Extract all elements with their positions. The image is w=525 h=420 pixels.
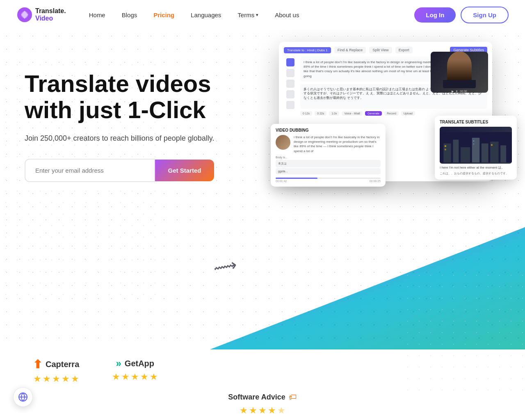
mockup-body: I think a lot of people don't I'm like b… bbox=[284, 57, 487, 116]
person-figure bbox=[447, 52, 472, 80]
email-input[interactable] bbox=[25, 159, 155, 182]
playback-progress bbox=[276, 178, 317, 179]
hero-visual: Translate to : Hindi | Dubs 1 Find & Rep… bbox=[279, 42, 517, 181]
getapp-name: GetApp bbox=[125, 359, 154, 368]
sidebar-icon-4 bbox=[286, 90, 294, 98]
squiggle-decoration: ⟿ bbox=[212, 255, 238, 277]
time-current: 00:01:42 bbox=[276, 180, 287, 183]
capterra-arrow-icon: ⬆ bbox=[33, 358, 42, 371]
nav-pricing[interactable]: Pricing bbox=[147, 8, 181, 22]
mockup-sidebar bbox=[284, 57, 297, 116]
dubbing-text: I think a lot of people don't I'm like b… bbox=[294, 135, 381, 153]
star-g1: ★ bbox=[112, 372, 120, 382]
avatar-circle bbox=[276, 135, 290, 150]
logo-icon bbox=[16, 7, 33, 23]
person-body bbox=[443, 80, 476, 88]
svg-rect-8 bbox=[500, 145, 506, 162]
star-g2: ★ bbox=[121, 372, 130, 382]
card-dubbing-label: VIDEO DUBBING bbox=[276, 128, 381, 132]
mockup-tab-find: Find & Replace bbox=[334, 47, 366, 53]
mockup-tab-split: Split View bbox=[369, 47, 392, 53]
svg-rect-5 bbox=[472, 138, 480, 162]
svg-rect-3 bbox=[453, 139, 459, 162]
svg-rect-12 bbox=[473, 144, 475, 145]
time-total: 00:08:25 bbox=[370, 180, 381, 183]
nav-languages[interactable]: Languages bbox=[184, 8, 228, 22]
logo-text-line1: Translate. bbox=[35, 7, 66, 15]
dubbing-row: I think a lot of people don't I'm like b… bbox=[276, 135, 381, 153]
hero-title: Translate videos with just 1-Click bbox=[25, 71, 214, 123]
play-icon: ▶ bbox=[452, 90, 454, 93]
time-display: 00:30 bbox=[460, 90, 467, 93]
star-s4: ★ bbox=[268, 405, 276, 416]
signup-button[interactable]: Sign Up bbox=[461, 7, 509, 23]
hero-cta-form: Get Started bbox=[25, 159, 214, 182]
login-button[interactable]: Log In bbox=[414, 7, 456, 23]
software-advice-section: Software Advice 🏷 ★ ★ ★ ★ ★ bbox=[0, 393, 525, 420]
card-dubbing: VIDEO DUBBING I think a lot of people do… bbox=[271, 124, 386, 187]
capterra-name: Capterra bbox=[46, 360, 79, 369]
card-subtitles: TRANSLATE SUBTITLES bbox=[435, 116, 517, 180]
star-g5: ★ bbox=[150, 372, 158, 382]
star-s1: ★ bbox=[240, 405, 248, 416]
star-s5: ★ bbox=[277, 405, 285, 416]
sidebar-icon-2 bbox=[286, 69, 294, 77]
hero-content: Translate videos with just 1-Click Join … bbox=[25, 54, 214, 182]
dubbing-body: Body is... bbox=[276, 156, 381, 159]
sidebar-icon-1 bbox=[286, 58, 294, 66]
getapp-brand: » GetApp bbox=[116, 358, 154, 369]
video-mini-controls: ▶ ⏸ 00:30 bbox=[452, 90, 467, 93]
navbar: Translate. Video Home Blogs Pricing Lang… bbox=[0, 0, 525, 30]
nav-links: Home Blogs Pricing Languages Terms ▾ Abo… bbox=[82, 8, 415, 22]
globe-language-button[interactable] bbox=[13, 387, 33, 407]
ctrl-time1: 0 12s bbox=[300, 111, 312, 116]
star-g3: ★ bbox=[131, 372, 139, 382]
subtitles-text2: これは、、おもの提供するもの、提供するものです。 bbox=[440, 171, 512, 176]
capterra-stars: ★ ★ ★ ★ ★ bbox=[33, 374, 79, 384]
get-started-button[interactable]: Get Started bbox=[155, 160, 215, 181]
hero-title-line1: Translate videos bbox=[25, 70, 211, 97]
logo[interactable]: Translate. Video bbox=[16, 7, 66, 23]
nav-about[interactable]: About us bbox=[268, 8, 306, 22]
ctrl-upload: Upload bbox=[401, 111, 415, 116]
ctrl-generate: Generate bbox=[365, 111, 382, 116]
svg-rect-13 bbox=[491, 144, 493, 146]
nav-blogs[interactable]: Blogs bbox=[115, 8, 144, 22]
nav-actions: Log In Sign Up bbox=[414, 7, 509, 23]
svg-rect-4 bbox=[461, 147, 470, 162]
video-thumbnail: ▶ ⏸ 00:30 bbox=[431, 52, 488, 93]
capterra-rating: ⬆ Capterra ★ ★ ★ ★ ★ bbox=[33, 358, 79, 384]
card-city-video bbox=[440, 127, 512, 164]
sidebar-icon-3 bbox=[286, 80, 294, 88]
nav-terms[interactable]: Terms ▾ bbox=[231, 8, 265, 22]
ctrl-time2: 0 22s bbox=[315, 111, 326, 116]
hero-title-line2: with just 1-Click bbox=[25, 96, 206, 123]
star-s3: ★ bbox=[258, 405, 267, 416]
star-4: ★ bbox=[62, 374, 70, 384]
svg-rect-10 bbox=[445, 149, 446, 151]
playback-bar bbox=[276, 178, 381, 179]
star-1: ★ bbox=[33, 374, 41, 384]
mockup-tab-export: Export bbox=[395, 47, 413, 53]
getapp-rating: » GetApp ★ ★ ★ ★ ★ bbox=[112, 358, 158, 382]
globe-icon bbox=[18, 392, 28, 402]
dubbing-jp1: 本文は bbox=[276, 160, 381, 167]
ctrl-record: Record bbox=[384, 111, 399, 116]
logos-section: ⬆ Capterra ★ ★ ★ ★ ★ » GetApp ★ ★ ★ ★ ★ bbox=[0, 349, 525, 393]
star-s2: ★ bbox=[249, 405, 257, 416]
star-3: ★ bbox=[52, 374, 60, 384]
software-advice-brand: Software Advice 🏷 bbox=[228, 393, 297, 402]
time-labels: 00:01:42 00:08:25 bbox=[276, 180, 381, 183]
mockup-tab-translate: Translate to : Hindi | Dubs 1 bbox=[284, 47, 331, 53]
svg-rect-6 bbox=[482, 144, 488, 162]
sidebar-icon-5 bbox=[286, 101, 294, 109]
mockup-controls: 0 12s 0 22s 1.0x Voice - Mia8 Generate R… bbox=[300, 111, 487, 116]
pause-icon: ⏸ bbox=[455, 90, 458, 93]
software-advice-name: Software Advice bbox=[228, 393, 285, 402]
nav-home[interactable]: Home bbox=[82, 8, 112, 22]
dubbing-jp2: ggota... bbox=[276, 168, 381, 174]
star-g4: ★ bbox=[140, 372, 148, 382]
getapp-arrows-icon: » bbox=[116, 358, 121, 369]
subtitles-text1: I here I'm not here either at the moment… bbox=[440, 165, 512, 170]
svg-rect-9 bbox=[445, 145, 446, 147]
